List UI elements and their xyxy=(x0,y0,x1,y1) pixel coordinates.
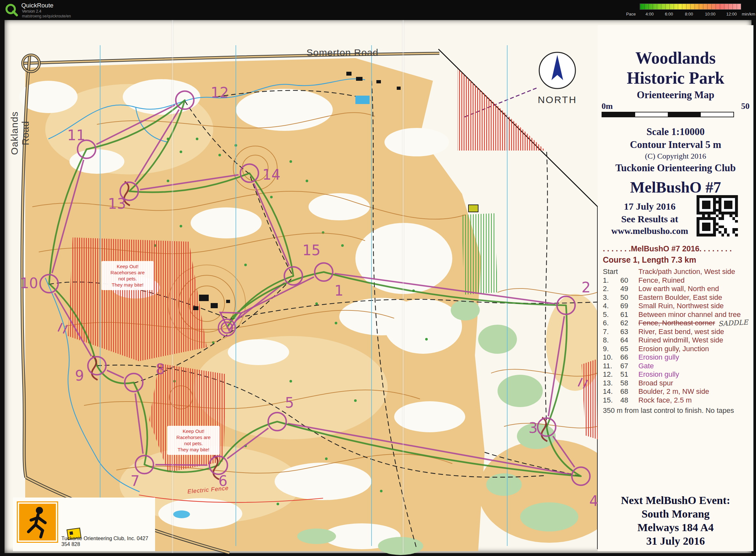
club-contact: Tuckonie Orienteering Club, Inc. 0427 35… xyxy=(61,536,152,547)
quickroute-logo-icon xyxy=(4,3,19,17)
club-name: Tuckonie Orienteering Club xyxy=(599,162,752,174)
map-title-line1: Woodlands xyxy=(599,48,752,68)
event-name: MelBushO #7 xyxy=(599,178,752,196)
control-number: 13 xyxy=(108,196,126,212)
course-panel-header: . . . . . . .MelBushO #7 2016. . . . . .… xyxy=(603,244,752,253)
course-row: 4.69Small Ruin, Northwest side xyxy=(603,302,752,310)
control-number: 8 xyxy=(156,361,165,377)
next-event-title: Next MelBushO Event: xyxy=(599,494,752,507)
app-version: Version 2.4 xyxy=(22,9,41,13)
course-name-length: Course 1, Length 7.3 km xyxy=(603,255,752,265)
course-row: 12.51Erosion gully xyxy=(603,370,752,379)
course-leg xyxy=(156,464,207,465)
club-logo-block: Tuckonie Orienteering Club, Inc. 0427 35… xyxy=(13,497,155,551)
pace-gradient-bar xyxy=(640,4,741,10)
control-number: 11 xyxy=(67,127,85,143)
course-finish-note: 350 m from last control to finish. No ta… xyxy=(603,407,752,415)
hut-symbol xyxy=(469,205,478,212)
map-title-line2: Historic Park xyxy=(599,69,752,88)
pace-tick: 6:00 xyxy=(665,12,673,16)
next-event-location: South Morang xyxy=(599,507,752,521)
course-row: 1.60Fence, Ruined xyxy=(603,276,752,285)
course-row: 14.68Boulder, 2 m, NW side xyxy=(603,387,752,396)
course-row: 13.58Broad spur xyxy=(603,379,752,388)
control-number: 10 xyxy=(20,275,38,291)
control-number: 14 xyxy=(262,166,280,183)
map-subtitle: Orienteering Map xyxy=(599,89,752,101)
pace-tick: 10:00 xyxy=(705,12,716,16)
scalebar-left-label: 0m xyxy=(602,101,621,111)
course-row: 9.65Erosion gully, Junction xyxy=(603,345,752,353)
course-row: 3.50Eastern Boulder, East side xyxy=(603,293,752,302)
next-event-melways: Melways 184 A4 xyxy=(599,521,752,534)
contour-interval: Contour Interval 5 m xyxy=(599,139,752,150)
course-row: StartTrack/path Junction, West side xyxy=(603,268,752,276)
control-number: 2 xyxy=(582,279,591,296)
course-row: 5.61Between minor channel and tree xyxy=(603,310,752,319)
control-number: 7 xyxy=(131,473,140,489)
map-scale: Scale 1:10000 xyxy=(599,126,752,138)
next-event-notice: Next MelBushO Event: South Morang Melway… xyxy=(599,494,752,548)
keep-out-notice: Keep Out! Racehorses are not pets. They … xyxy=(167,426,220,455)
pace-tick: 8:00 xyxy=(685,12,693,16)
course-row: 8.64Ruined windmill, West side xyxy=(603,336,752,345)
course-row: 7.63River, East bend, west side xyxy=(603,327,752,336)
control-number: 3 xyxy=(528,420,538,436)
pace-unit: min/km xyxy=(742,12,755,16)
course-row: 6.62Fence, Northeast cornerSADDLE xyxy=(603,319,752,327)
control-number: 9 xyxy=(75,367,84,384)
results-url: www.melbusho.com xyxy=(599,226,700,236)
app-title: QuickRoute xyxy=(21,2,53,9)
scalebar-right-label: 50 xyxy=(714,101,750,111)
north-label: NORTH xyxy=(530,94,585,105)
keep-out-notice: Keep Out! Racehorses are not pets. They … xyxy=(101,261,154,290)
qr-code xyxy=(696,195,738,237)
course-row: 10.66Erosion gully xyxy=(603,353,752,362)
pace-tick: 4:00 xyxy=(646,12,654,16)
event-date: 17 July 2016 xyxy=(599,201,700,212)
control-number: 1 xyxy=(334,282,343,299)
next-event-date: 31 July 2016 xyxy=(599,534,752,548)
results-text: See Results at xyxy=(599,213,700,224)
course-row: 2.49Low earth wall, North end xyxy=(603,285,752,293)
course-rows: StartTrack/path Junction, West side1.60F… xyxy=(603,268,752,405)
scale-bar xyxy=(602,112,734,117)
road-label-somerton: Somerton Road xyxy=(291,47,394,58)
course-row: 11.67Gate xyxy=(603,362,752,371)
copyright: (C) Copyright 2016 xyxy=(599,152,752,161)
app-url: matstroeng.se/quickroute/en xyxy=(22,14,71,19)
pace-tick: 12:00 xyxy=(726,12,737,16)
club-logo-icon xyxy=(17,501,58,543)
course-row: 15.48Rock face, 2.5 m xyxy=(603,396,752,405)
app-titlebar: QuickRoute Version 2.4 matstroeng.se/qui… xyxy=(0,0,756,20)
control-number: 5 xyxy=(285,394,294,411)
control-number: 4 xyxy=(589,493,598,509)
control-number: 12 xyxy=(211,84,229,101)
control-number: 15 xyxy=(302,242,320,258)
road-label-oaklands: Oaklands Road xyxy=(9,101,31,165)
north-arrow-icon xyxy=(539,53,575,89)
pace-label: Pace xyxy=(626,12,636,16)
